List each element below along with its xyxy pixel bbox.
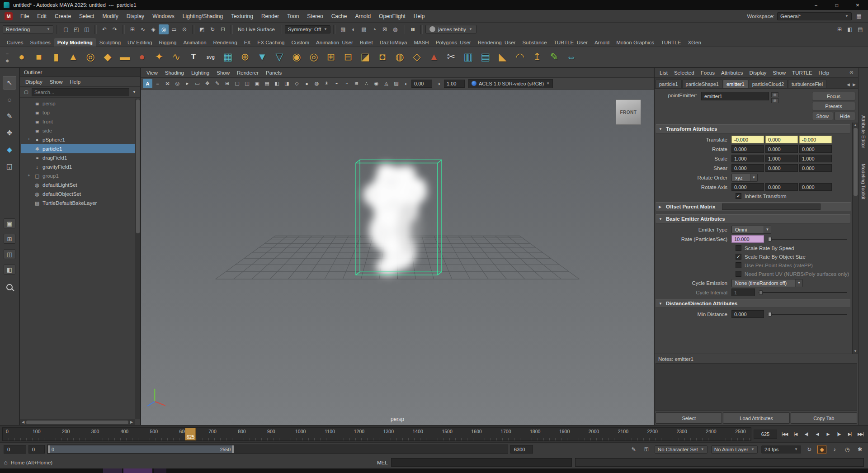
menu-item[interactable]: Create xyxy=(51,10,75,23)
attribute-editor-scrollbar[interactable]: ▲ ▼ xyxy=(852,123,858,354)
translate-x-field[interactable]: -0.000 xyxy=(731,136,764,143)
min-distance-slider[interactable] xyxy=(768,311,847,317)
expand-toggle[interactable] xyxy=(26,191,32,197)
poly-torus-icon[interactable]: ◎ xyxy=(82,48,99,66)
viewport-menu-item[interactable]: Lighting xyxy=(188,70,213,76)
sidebar-vertical-tab[interactable]: Modeling Toolkit xyxy=(861,164,866,199)
move-tool[interactable]: ✥ xyxy=(3,126,16,140)
select-tool[interactable]: ↖ xyxy=(3,76,16,90)
shelf-tab[interactable]: Sculpting xyxy=(96,38,124,47)
redo-icon[interactable]: ↷ xyxy=(110,24,120,34)
menu-item[interactable]: Stereo xyxy=(303,10,327,23)
outliner-item[interactable]: ▤ TurtleDefaultBakeLayer xyxy=(21,199,140,208)
workspace-options-icon[interactable]: ▦ xyxy=(854,12,863,21)
depth-of-field-icon[interactable]: ◉ xyxy=(372,79,381,88)
shelf-tab[interactable]: Surfaces xyxy=(27,38,53,47)
viewport-menu-item[interactable]: Show xyxy=(213,70,233,76)
extrude-icon[interactable]: ↥ xyxy=(528,48,546,66)
pin-icon[interactable]: ⊙ xyxy=(847,70,856,76)
outliner-item[interactable]: + ● pSphere1 xyxy=(21,135,140,144)
viewport-menu-item[interactable]: View xyxy=(143,70,161,76)
smooth-shade-icon[interactable]: ● xyxy=(302,79,311,88)
outliner-item[interactable]: ◙ top xyxy=(21,108,140,117)
shelf-tab[interactable]: Curves xyxy=(4,38,26,47)
new-scene-icon[interactable]: ▢ xyxy=(61,24,71,34)
play-backwards-button[interactable]: ◀ xyxy=(812,429,822,439)
mirror-icon[interactable]: ⇔ xyxy=(563,48,580,66)
footer-button[interactable]: Load Attributes xyxy=(723,412,789,424)
zoom-magnifier-icon[interactable] xyxy=(6,284,13,290)
outliner-vertical-scrollbar[interactable] xyxy=(135,99,140,419)
shelf-tab[interactable]: TURTLE xyxy=(658,38,684,47)
auto-key-icon[interactable]: ◆ xyxy=(817,445,826,454)
rotate-axis-y-field[interactable]: 0.000 xyxy=(765,183,798,191)
expand-toggle[interactable] xyxy=(26,182,32,188)
make-live-icon[interactable]: ⊙ xyxy=(179,24,189,34)
rotate-axis-x-field[interactable]: 0.000 xyxy=(731,183,764,191)
notes-area[interactable] xyxy=(656,363,857,411)
node-tab[interactable]: emitter1 xyxy=(723,80,748,88)
set-key-icon[interactable]: ⚿ xyxy=(642,445,651,454)
outliner-menu-item[interactable]: Help xyxy=(66,79,85,85)
node-tab[interactable]: particle1 xyxy=(656,80,682,88)
translate-z-field[interactable]: -0.000 xyxy=(799,136,832,143)
poly-disc-icon[interactable]: ▬ xyxy=(116,48,133,66)
open-scene-icon[interactable]: ◰ xyxy=(71,24,81,34)
arnold-render-icon[interactable]: ◍ xyxy=(390,24,400,34)
textured-icon[interactable]: ◍ xyxy=(312,79,321,88)
expand-toggle[interactable]: + xyxy=(26,137,32,142)
scrollbar-thumb[interactable] xyxy=(136,99,140,233)
user-account-dropdown[interactable]: james tebby ▼ xyxy=(425,25,476,33)
poly-plane-icon[interactable]: ◆ xyxy=(99,48,116,66)
node-name-field[interactable]: emitter1 xyxy=(701,92,769,100)
fps-dropdown[interactable]: 24 fps ▼ xyxy=(761,445,801,454)
render-view-icon[interactable]: ▧ xyxy=(338,24,348,34)
audio-icon[interactable]: ♪ xyxy=(830,445,839,454)
menu-item[interactable]: Display xyxy=(123,10,148,23)
rotate-axis-z-field[interactable]: 0.000 xyxy=(799,183,832,191)
outliner-item[interactable]: ≈ dragField1 xyxy=(21,153,140,162)
input-operations-icon[interactable]: ◩ xyxy=(197,24,207,34)
outliner-item[interactable]: ◙ persp xyxy=(21,99,140,108)
outliner-item[interactable]: ↓ gravityField1 xyxy=(21,162,140,171)
shelf-gear-icon[interactable]: ✱ xyxy=(5,59,9,63)
play-forwards-button[interactable]: ▶ xyxy=(823,429,833,439)
outliner-pane-layout-button[interactable]: ◧ xyxy=(4,265,15,274)
step-back-key-button[interactable]: |◀ xyxy=(790,429,801,439)
scroll-down-icon[interactable]: ▼ xyxy=(853,349,858,353)
cycle-interval-slider[interactable] xyxy=(759,289,847,296)
outliner-search-input[interactable] xyxy=(32,88,129,96)
tab-scroll-right-icon[interactable]: ▶ xyxy=(851,82,857,87)
save-scene-icon[interactable]: ◫ xyxy=(82,24,92,34)
shelf-tab[interactable]: Substance xyxy=(519,38,550,47)
expand-toggle[interactable] xyxy=(26,146,32,151)
outliner-menu-item[interactable]: Show xyxy=(46,79,66,85)
shelf-tab[interactable]: Motion Graphics xyxy=(613,38,657,47)
checkbox[interactable]: ✓ xyxy=(736,254,741,260)
translate-y-field[interactable]: 0.000 xyxy=(765,136,798,143)
mel-command-input[interactable] xyxy=(391,458,572,467)
lock-camera-icon[interactable]: ⊠ xyxy=(163,79,172,88)
scroll-right-icon[interactable]: ▶ xyxy=(129,420,134,424)
node-tab[interactable]: particleShape1 xyxy=(682,80,722,88)
menu-item[interactable]: File xyxy=(16,10,33,23)
playback-start-field[interactable]: 0 xyxy=(28,445,45,454)
section-offset-parent-matrix[interactable]: ▶ Offset Parent Matrix xyxy=(656,202,851,211)
color-space-dropdown[interactable]: ACES 1.0 SDR-video (sRGB) ▼ xyxy=(468,79,553,88)
combine-icon[interactable]: ⊞ xyxy=(322,48,340,66)
viewport-canvas[interactable]: FRONT persp xyxy=(141,90,654,425)
menu-item[interactable]: OpenFlight xyxy=(375,10,410,23)
extract-icon[interactable]: ◪ xyxy=(357,48,374,66)
min-distance-field[interactable]: 0.000 xyxy=(731,310,764,318)
camera-attributes-icon[interactable]: ◎ xyxy=(173,79,182,88)
create-helix-icon[interactable]: ∿ xyxy=(168,48,185,66)
image-plane-icon[interactable]: ▭ xyxy=(193,79,202,88)
checkbox[interactable]: ✓ xyxy=(736,271,741,277)
anim-layer-dropdown[interactable]: No Anim Layer ▼ xyxy=(711,445,758,454)
current-frame-field[interactable] xyxy=(754,430,777,439)
shelf-tab[interactable]: Animation_User xyxy=(313,38,356,47)
shelf-tab[interactable]: Poly Modeling xyxy=(54,38,96,47)
bevel-icon[interactable]: ◣ xyxy=(494,48,511,66)
shelf-tab[interactable]: Rendering xyxy=(210,38,241,47)
shear-z-field[interactable]: 0.000 xyxy=(799,164,832,172)
